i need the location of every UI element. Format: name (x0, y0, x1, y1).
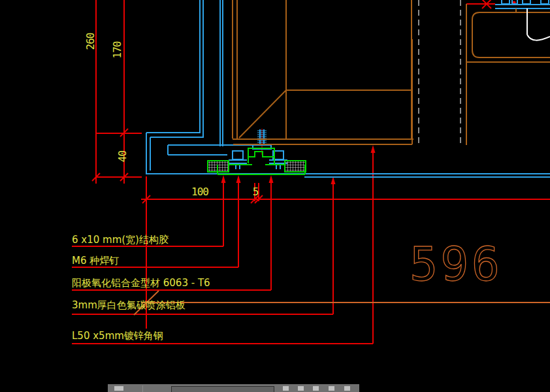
taskbar-app-icon[interactable] (114, 386, 123, 391)
taskbar-search-box[interactable] (171, 386, 274, 392)
structural-adhesive-hatch-right (285, 161, 306, 172)
t-bolt-left (229, 151, 247, 169)
dimension-and-leader-lines (72, 0, 550, 344)
taskbar-tray-icon-3[interactable] (313, 386, 319, 391)
taskbar-tray-icon-5[interactable] (344, 386, 350, 391)
detail-number: 596 (410, 237, 502, 291)
taskbar-tray-icon-1[interactable] (283, 386, 289, 391)
structure-brown-lines (233, 0, 550, 145)
bolt-centerlines (419, 0, 461, 144)
cad-screenshot: 260 170 40 100 5 6 x10 mm(宽)结构胶 M6 种焊钉 阳… (0, 0, 550, 392)
taskbar[interactable] (108, 384, 359, 392)
drawing-canvas[interactable] (0, 0, 550, 392)
door-swing-arc (527, 8, 550, 41)
aluminium-profile-green (208, 148, 306, 174)
taskbar-tray-icon-4[interactable] (329, 386, 334, 391)
taskbar-divider (142, 385, 143, 392)
orange-accent-lines (134, 291, 550, 315)
taskbar-tray-icon-2[interactable] (298, 386, 304, 391)
aluminium-panel-lines (146, 0, 550, 177)
